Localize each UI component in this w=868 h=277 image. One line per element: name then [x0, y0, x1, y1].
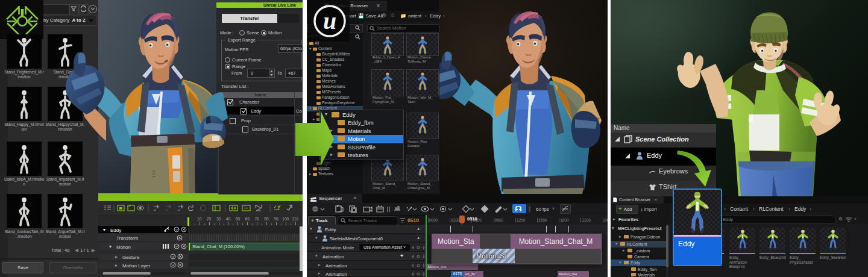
svg-text:001: 001	[151, 170, 157, 178]
svg-text:u: u	[323, 7, 336, 34]
